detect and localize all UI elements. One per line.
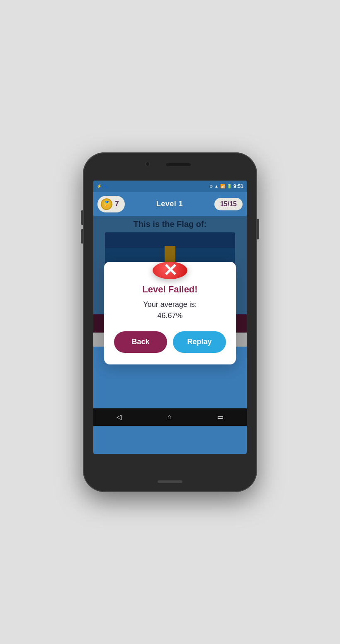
modal-buttons: Back Replay	[114, 331, 226, 353]
home-nav-icon[interactable]: ⌂	[168, 413, 172, 421]
phone-camera	[145, 162, 150, 166]
status-icons-left: ⚡ 🐾	[97, 184, 108, 188]
modal-title: Level Failed!	[142, 284, 197, 295]
volume-up-button[interactable]	[81, 210, 83, 225]
x-mark-icon: ✕	[163, 262, 177, 279]
status-bar: ⚡ 🐾 ⊘ ▲ 📶 🔋 9:51	[93, 181, 247, 192]
phone-speaker	[166, 163, 191, 166]
modal-body-line1: Your average is:	[143, 300, 197, 309]
app-header: 🏅 7 Level 1 15/15	[93, 192, 247, 216]
recents-nav-icon[interactable]: ▭	[217, 413, 223, 421]
bug-icon: 🐾	[103, 184, 108, 188]
level-title: Level 1	[156, 200, 183, 208]
wifi-icon: ▲	[214, 184, 219, 188]
modal-overlay: ✕ Level Failed! Your average is: 46.67% …	[93, 216, 247, 347]
usb-icon: ⚡	[97, 184, 102, 188]
app-content: This is the Flag of: 🌐 👥	[93, 216, 247, 347]
nav-bar: ◁ ⌂ ▭	[93, 408, 247, 426]
volume-down-button[interactable]	[81, 229, 83, 244]
score-badge: 🏅 7	[97, 196, 125, 212]
status-icons-right: ⊘ ▲ 📶 🔋 9:51	[209, 183, 243, 189]
failure-icon: ✕	[153, 262, 187, 279]
status-time: 9:51	[233, 183, 243, 189]
modal-body-line2: 46.67%	[157, 311, 182, 320]
medal-icon: 🏅	[101, 198, 112, 210]
modal-body: Your average is: 46.67%	[143, 299, 197, 321]
back-nav-icon[interactable]: ◁	[117, 413, 121, 421]
battery-icon: 🔋	[227, 184, 232, 188]
progress-value: 15/15	[220, 200, 237, 207]
score-value: 7	[115, 200, 119, 208]
blocked-icon: ⊘	[209, 184, 213, 188]
signal-icon: 📶	[220, 184, 225, 188]
phone-screen: ⚡ 🐾 ⊘ ▲ 📶 🔋 9:51 🏅 7 Level 1 15/15	[93, 181, 247, 454]
back-button[interactable]: Back	[114, 331, 167, 353]
progress-badge: 15/15	[214, 198, 243, 210]
phone-bottom-detail	[158, 480, 182, 483]
power-button[interactable]	[257, 219, 259, 239]
replay-button[interactable]: Replay	[173, 331, 226, 353]
phone-frame: ⚡ 🐾 ⊘ ▲ 📶 🔋 9:51 🏅 7 Level 1 15/15	[83, 152, 257, 492]
